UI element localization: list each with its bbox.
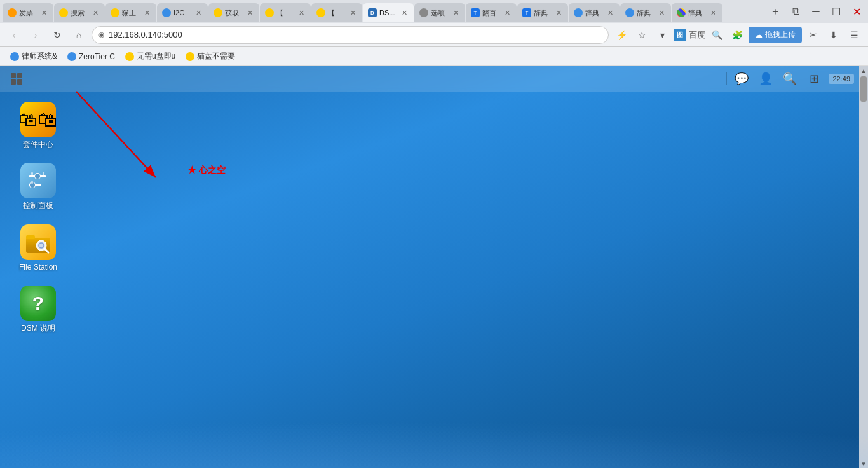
scrollbar-thumb[interactable] xyxy=(860,76,867,102)
tab-favicon-t3 xyxy=(111,8,119,17)
close-window-button[interactable]: ✕ xyxy=(848,3,865,20)
tab-favicon-t9 xyxy=(419,8,428,17)
scrollbar-track[interactable] xyxy=(859,75,868,459)
tab-favicon-t10: T xyxy=(471,8,480,17)
file-station-svg xyxy=(25,230,51,254)
tab-t14[interactable]: 辞典✕ xyxy=(672,3,722,22)
tab-label-t10: 翻百 xyxy=(482,8,501,18)
download-button[interactable]: ⬇ xyxy=(825,26,843,44)
dsm-scrollbar[interactable]: ▲ ▼ xyxy=(859,66,868,468)
tab-close-t1[interactable]: ✕ xyxy=(40,8,48,18)
maximize-button[interactable]: ☐ xyxy=(827,3,845,20)
tab-close-t5[interactable]: ✕ xyxy=(246,8,254,18)
tab-t2[interactable]: 搜索✕ xyxy=(54,3,105,22)
tab-t4[interactable]: I2C✕ xyxy=(157,3,208,22)
bookmark-list-button[interactable]: ▾ xyxy=(653,26,671,44)
tab-t11[interactable]: T辞典✕ xyxy=(517,3,568,22)
tab-close-t6[interactable]: ✕ xyxy=(297,8,306,18)
scrollbar-up-arrow[interactable]: ▲ xyxy=(859,66,868,75)
tab-t3[interactable]: 猫主✕ xyxy=(105,3,156,22)
desktop-icon-control-panel[interactable]: 控制面板 xyxy=(13,159,64,214)
tab-label-t7: 【 xyxy=(328,8,346,18)
tab-close-t14[interactable]: ✕ xyxy=(709,8,717,18)
help-question-mark: ? xyxy=(32,292,44,314)
bookmark-button[interactable]: ☆ xyxy=(633,26,651,44)
tab-bar: 发票✕搜索✕猫主✕I2C✕获取✕【✕【✕DDS...✕选项✕T翻百✕T辞典✕辞典… xyxy=(0,0,868,23)
bookmark-item-3[interactable]: 猫盘不需要 xyxy=(182,50,239,63)
tab-t7[interactable]: 【✕ xyxy=(311,3,362,22)
address-bar[interactable]: ◉ 192.168.0.140:5000 xyxy=(92,26,609,44)
forward-button[interactable]: › xyxy=(27,26,44,44)
tab-close-t4[interactable]: ✕ xyxy=(194,8,203,18)
tab-favicon-t13 xyxy=(625,8,634,17)
file-station-icon xyxy=(20,224,56,260)
scrollbar-down-arrow[interactable]: ▼ xyxy=(859,459,868,468)
tab-t10[interactable]: T翻百✕ xyxy=(466,3,517,22)
home-button[interactable]: ⌂ xyxy=(70,26,88,44)
tab-close-t3[interactable]: ✕ xyxy=(143,8,151,18)
desktop-icon-dsm-help[interactable]: ? DSM 说明 xyxy=(13,282,64,336)
minimize-button[interactable]: ─ xyxy=(807,3,825,20)
tab-close-t7[interactable]: ✕ xyxy=(349,8,357,18)
control-panel-svg xyxy=(26,169,50,193)
tab-close-t13[interactable]: ✕ xyxy=(658,8,666,18)
baidu-label: 百度 xyxy=(689,29,705,41)
tab-actions: ＋ ⧉ ─ ☐ ✕ xyxy=(766,3,865,20)
back-button[interactable]: ‹ xyxy=(5,26,23,44)
bookmark-label-1: ZeroTier C xyxy=(79,52,115,61)
tab-t8[interactable]: DDS...✕ xyxy=(363,3,414,22)
search-button[interactable]: 🔍 xyxy=(708,26,726,44)
dsm-menu-button[interactable] xyxy=(5,67,28,90)
tab-label-t6: 【 xyxy=(276,8,295,18)
dsm-help-icon: ? xyxy=(20,286,56,321)
desktop-icon-file-station[interactable]: File Station xyxy=(13,221,64,275)
tab-t12[interactable]: 辞典✕ xyxy=(569,3,620,22)
tab-t9[interactable]: 选项✕ xyxy=(414,3,465,22)
menu-button[interactable]: ☰ xyxy=(845,26,863,44)
restore-window-button[interactable]: ⧉ xyxy=(787,3,804,20)
tab-favicon-t14 xyxy=(677,8,686,17)
control-panel-label: 控制面板 xyxy=(23,201,53,210)
tab-close-t11[interactable]: ✕ xyxy=(555,8,563,18)
wave-overlay xyxy=(0,309,868,468)
tab-close-t9[interactable]: ✕ xyxy=(452,8,460,18)
svg-rect-12 xyxy=(43,172,44,175)
dsm-widget-button[interactable]: ⊞ xyxy=(804,69,824,88)
svg-point-7 xyxy=(35,174,40,179)
bookmark-item-2[interactable]: 无需u盘即u xyxy=(121,50,179,63)
tab-close-t2[interactable]: ✕ xyxy=(92,8,100,18)
bookmark-item-0[interactable]: 律师系统& xyxy=(6,50,61,63)
tab-t5[interactable]: 获取✕ xyxy=(208,3,259,22)
baidu-search[interactable]: 图 百度 xyxy=(674,29,705,41)
bookmark-label-0: 律师系统& xyxy=(22,51,57,62)
tab-label-t3: 猫主 xyxy=(122,8,140,18)
tab-close-t8[interactable]: ✕ xyxy=(400,8,409,18)
tab-t13[interactable]: 辞典✕ xyxy=(620,3,671,22)
tab-close-t10[interactable]: ✕ xyxy=(503,8,512,18)
tab-t1[interactable]: 发票✕ xyxy=(3,3,53,22)
tab-t6[interactable]: 【✕ xyxy=(260,3,311,22)
bookmark-favicon-0 xyxy=(10,52,19,61)
lightning-button[interactable]: ⚡ xyxy=(613,26,630,44)
dsm-user-button[interactable]: 👤 xyxy=(756,69,775,88)
bookmark-favicon-1 xyxy=(67,52,76,61)
tab-favicon-t6 xyxy=(265,8,274,17)
desktop-icon-package-center[interactable]: 🛍 套件中心 xyxy=(13,98,64,153)
file-station-label: File Station xyxy=(19,263,57,272)
new-tab-button[interactable]: ＋ xyxy=(766,3,784,20)
package-center-label: 套件中心 xyxy=(23,140,53,149)
bookmark-item-1[interactable]: ZeroTier C xyxy=(64,50,119,63)
tab-label-t5: 获取 xyxy=(225,8,243,18)
control-panel-icon xyxy=(20,163,56,198)
dsm-taskbar-right: 💬 👤 🔍 ⊞ 22:49 xyxy=(726,69,854,88)
tab-close-t12[interactable]: ✕ xyxy=(606,8,614,18)
upload-button[interactable]: ☁ 拖拽上传 xyxy=(749,27,802,43)
upload-icon: ☁ xyxy=(755,31,763,39)
reload-button[interactable]: ↻ xyxy=(48,26,66,44)
dsm-search-button[interactable]: 🔍 xyxy=(780,69,799,88)
scissors-button[interactable]: ✂ xyxy=(804,26,822,44)
dsm-chat-button[interactable]: 💬 xyxy=(732,69,751,88)
address-text: 192.168.0.140:5000 xyxy=(109,30,602,39)
extensions-button[interactable]: 🧩 xyxy=(728,26,746,44)
red-annotation-text: ★ 心之空 xyxy=(187,165,226,176)
